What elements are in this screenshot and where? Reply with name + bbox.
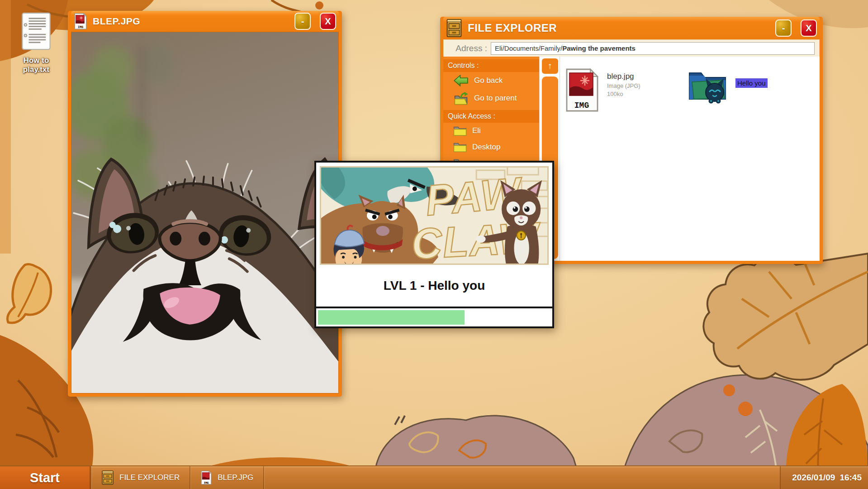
address-label: Adress : bbox=[444, 43, 487, 53]
taskbar-item-label: BLEP.JPG bbox=[218, 473, 253, 482]
close-button[interactable]: X bbox=[801, 19, 817, 37]
taskbar-item-file-explorer[interactable]: FILE EXPLORER bbox=[91, 466, 190, 489]
level-progress-fill bbox=[318, 310, 465, 325]
sidebar-item-eli[interactable]: Eli bbox=[443, 123, 539, 139]
desktop: How to play.txt IMG BLEP.JPG - X bbox=[0, 0, 868, 489]
taskbar-clock: 2026/01/09 16:45 bbox=[780, 466, 868, 489]
file-type: Image (JPG) bbox=[607, 82, 640, 89]
sidebar-item-go-to-parent[interactable]: Go to parent bbox=[443, 89, 539, 107]
folder-icon bbox=[453, 125, 467, 137]
file-entry-blep-jpg[interactable]: IMG blep.jpg Image (JPG) 100ko bbox=[564, 67, 640, 113]
file-size: 100ko bbox=[607, 91, 640, 97]
text-file-icon bbox=[21, 12, 51, 51]
desktop-icon-how-to-play[interactable]: How to play.txt bbox=[10, 12, 62, 75]
blep-cat-image bbox=[71, 32, 338, 393]
image-viewer-canvas bbox=[71, 32, 339, 393]
taskbar: Start FILE EXPLORER IMG BLEP.JPG bbox=[0, 465, 868, 489]
paw-claw-banner-art: PAW CLAW bbox=[321, 168, 547, 264]
image-file-icon: IMG bbox=[564, 67, 601, 113]
sidebar-item-label: Desktop bbox=[472, 143, 500, 152]
image-viewer-titlebar[interactable]: IMG BLEP.JPG - X bbox=[71, 11, 339, 32]
sidebar-item-label: Go to parent bbox=[474, 94, 517, 103]
paw-claw-banner: PAW CLAW bbox=[320, 166, 549, 265]
cabinet-icon bbox=[101, 470, 114, 485]
level-intro-popup: PAW CLAW LVL bbox=[314, 161, 554, 328]
taskbar-item-blep-jpg[interactable]: IMG BLEP.JPG bbox=[190, 466, 263, 489]
address-bar: Adress : Eli/Documents/Family/Pawing the… bbox=[443, 39, 820, 57]
file-list-area: IMG blep.jpg Image (JPG) 100ko bbox=[560, 57, 820, 261]
controls-header: Controls : bbox=[443, 59, 539, 72]
scroll-up-button[interactable]: ↑ bbox=[542, 58, 558, 74]
address-path-prefix: Eli/Documents/Family/ bbox=[495, 44, 562, 52]
svg-text:IMG: IMG bbox=[78, 25, 83, 29]
cabinet-icon bbox=[446, 18, 462, 38]
folder-up-icon bbox=[453, 91, 469, 105]
clock-date: 2026/01/09 bbox=[792, 473, 835, 483]
back-arrow-icon bbox=[453, 74, 469, 87]
quick-access-header: Quick Access : bbox=[443, 110, 539, 123]
svg-text:IMG: IMG bbox=[204, 481, 209, 484]
minimize-button[interactable]: - bbox=[294, 13, 311, 30]
clock-time: 16:45 bbox=[840, 473, 862, 483]
start-button[interactable]: Start bbox=[0, 466, 90, 489]
image-file-icon: IMG bbox=[74, 13, 87, 30]
level-title: LVL 1 - Hello you bbox=[316, 265, 552, 307]
address-input[interactable]: Eli/Documents/Family/Pawing the pavement… bbox=[491, 42, 815, 55]
sidebar-item-label: Eli bbox=[472, 126, 481, 135]
folder-icon bbox=[453, 141, 467, 153]
file-explorer-titlebar[interactable]: FILE EXPLORER - X bbox=[443, 17, 820, 39]
file-explorer-title: FILE EXPLORER bbox=[468, 22, 770, 34]
taskbar-item-label: FILE EXPLORER bbox=[119, 473, 180, 482]
folder-entry-hello-you[interactable]: Hello you bbox=[686, 67, 768, 105]
sidebar-item-go-back[interactable]: Go back bbox=[443, 72, 539, 89]
level-progress-bar bbox=[316, 307, 552, 326]
cat-folder-icon bbox=[686, 67, 729, 105]
close-button[interactable]: X bbox=[320, 13, 336, 30]
file-name: blep.jpg bbox=[607, 72, 640, 81]
svg-text:IMG: IMG bbox=[574, 101, 589, 110]
image-file-icon: IMG bbox=[200, 470, 212, 485]
selected-folder-label: Hello you bbox=[735, 78, 768, 88]
address-path-current: Pawing the pavements bbox=[562, 44, 636, 52]
desktop-icon-label: How to play.txt bbox=[10, 56, 62, 75]
sidebar-item-label: Go back bbox=[474, 76, 503, 85]
sidebar-item-desktop[interactable]: Desktop bbox=[443, 139, 539, 155]
image-viewer-window: IMG BLEP.JPG - X bbox=[68, 11, 342, 397]
minimize-button[interactable]: - bbox=[775, 19, 792, 37]
image-viewer-title: BLEP.JPG bbox=[93, 16, 289, 27]
